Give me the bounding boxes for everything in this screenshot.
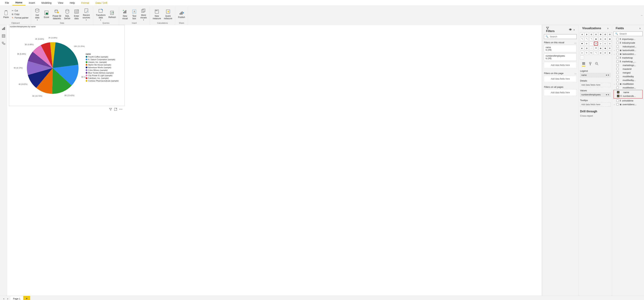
field-row[interactable]: modifiedon...	[614, 86, 642, 90]
viz-type-icon[interactable]: ▮	[585, 32, 589, 36]
paste-button[interactable]: Paste	[2, 9, 10, 19]
viz-type-icon[interactable]: ▤	[585, 46, 589, 50]
visual-focus-icon[interactable]	[114, 108, 117, 111]
legend-item[interactable]: Contoso Pharmaceuticals (sample)	[86, 80, 124, 82]
field-row[interactable]: marketingo...	[614, 64, 642, 67]
field-checkbox[interactable]	[616, 56, 619, 59]
filters-search-input[interactable]	[550, 35, 580, 38]
legend-item[interactable]: City Power & Light (sample)	[86, 74, 124, 76]
viz-type-icon[interactable]: ▮	[580, 32, 584, 36]
copy-button[interactable]: ⧉Copy	[11, 13, 29, 16]
filters-eye-icon[interactable]: 👁	[569, 28, 572, 31]
checkbox-icon[interactable]: ✓	[617, 95, 620, 97]
transform-data-button[interactable]: Transform data▾	[95, 7, 107, 22]
field-row[interactable]: Σmarketcap	[614, 56, 642, 60]
viz-type-icon[interactable]: 〽	[580, 37, 584, 41]
field-checkbox[interactable]	[616, 64, 619, 66]
fields-search-input[interactable]	[619, 32, 644, 35]
fields-tab[interactable]	[582, 62, 586, 66]
field-row[interactable]: ⌄▦lastonholdti...	[614, 48, 642, 52]
fields-search[interactable]: 🔍	[614, 31, 642, 36]
viz-type-icon[interactable]: ▣	[594, 37, 598, 41]
viz-type-icon[interactable]: ◔	[594, 42, 598, 46]
field-checkbox[interactable]	[616, 68, 619, 70]
field-checkbox[interactable]	[616, 38, 619, 40]
visual-filter-icon[interactable]	[109, 108, 112, 111]
quick-measure-button[interactable]: Quick measure	[163, 8, 173, 21]
legend-item[interactable]: Fabrikam, Inc. (sample)	[86, 77, 124, 79]
menu-insert[interactable]: Insert	[26, 0, 38, 5]
field-row[interactable]: merged	[614, 71, 642, 74]
viz-type-icon[interactable]: ▤	[598, 37, 602, 41]
viz-type-icon[interactable]: ⊞	[608, 46, 612, 50]
viz-type-icon[interactable]: ⬚	[589, 46, 593, 50]
viz-collapse-icon[interactable]: ›	[608, 27, 608, 30]
tab-next-button[interactable]: ▸	[6, 297, 10, 300]
legend-item[interactable]: Fourth Coffee (sample)	[86, 56, 124, 58]
viz-type-icon[interactable]: ⊞	[603, 51, 607, 55]
filters-visual-dropzone[interactable]: Add data fields here	[544, 62, 577, 68]
excel-button[interactable]: Excel	[42, 9, 51, 19]
menu-modeling[interactable]: Modeling	[38, 0, 55, 5]
legend-item[interactable]: Coho Winery (sample)	[86, 69, 124, 71]
viz-type-icon[interactable]: ◐	[580, 46, 584, 50]
report-canvas[interactable]: numberofemployees by name 10K (21.25%)6K…	[7, 25, 542, 296]
viz-type-icon[interactable]: ◧	[608, 51, 612, 55]
viz-type-icon[interactable]: ⊟	[608, 42, 612, 46]
legend-item[interactable]: A. Datum Corporation (sample)	[86, 58, 124, 60]
new-measure-button[interactable]: New measure	[152, 8, 162, 21]
viz-type-icon[interactable]: 卌	[594, 46, 598, 50]
viz-type-icon[interactable]: ▣	[603, 46, 607, 50]
filters-page-more-icon[interactable]: …	[574, 72, 577, 74]
field-checkbox[interactable]	[616, 103, 619, 106]
values-well[interactable]: numberofemployees▾ ✕	[580, 92, 610, 97]
field-row[interactable]: ✓Σnumberofe...	[614, 94, 642, 98]
field-row[interactable]: Σmarketcap_...	[614, 60, 642, 64]
more-visuals-button[interactable]: More visuals▾	[139, 7, 148, 22]
viz-type-icon[interactable]: ⚈	[580, 42, 584, 46]
filters-visual-more-icon[interactable]: …	[574, 41, 577, 44]
field-checkbox[interactable]	[616, 100, 619, 102]
viz-type-icon[interactable]: ▦	[598, 32, 602, 36]
page-tab-1[interactable]: Page 1	[10, 296, 23, 300]
field-checkbox[interactable]	[616, 49, 619, 52]
viz-type-icon[interactable]: ▤	[598, 51, 602, 55]
collapse-ribbon-button[interactable]: ︿	[641, 14, 643, 17]
viz-type-icon[interactable]: ▧	[603, 32, 607, 36]
filters-page-dropzone[interactable]: Add data fields here	[544, 76, 577, 82]
new-visual-button[interactable]: +New visual	[121, 8, 129, 21]
viz-type-icon[interactable]: ▤	[594, 32, 598, 36]
viz-type-icon[interactable]: 〽	[594, 51, 598, 55]
field-row[interactable]: modifiedby	[614, 74, 642, 78]
filters-all-dropzone[interactable]: Add data fields here	[544, 90, 577, 96]
menu-data-drill[interactable]: Data / Drill	[92, 0, 110, 5]
menu-file[interactable]: File	[2, 0, 12, 5]
field-checkbox[interactable]	[616, 72, 619, 74]
field-row[interactable]: masterid	[614, 67, 642, 71]
filter-card-numberofemployees[interactable]: numberofemployeesis (All)	[544, 54, 577, 61]
checkbox-icon[interactable]: ✓	[617, 91, 620, 94]
viz-type-icon[interactable]: ⊡	[580, 51, 584, 55]
cut-button[interactable]: ✂Cut	[11, 9, 29, 12]
field-row[interactable]: ⌄▦lastusedinc...	[614, 52, 642, 56]
field-checkbox[interactable]	[616, 60, 619, 63]
field-row[interactable]: modifiedby...	[614, 78, 642, 82]
field-checkbox[interactable]	[616, 42, 619, 44]
viz-type-icon[interactable]: ⊞	[585, 42, 589, 46]
publish-button[interactable]: Publish	[177, 9, 186, 19]
pie-chart-visual[interactable]: numberofemployees by name 10K (21.25%)6K…	[9, 25, 125, 106]
field-checkbox[interactable]	[616, 79, 619, 81]
viz-type-icon[interactable]: ▥	[603, 37, 607, 41]
viz-type-icon[interactable]: ⁘	[589, 42, 593, 46]
data-view-button[interactable]	[2, 34, 6, 38]
field-row[interactable]: Σimportsequ...	[614, 37, 642, 41]
field-row[interactable]: ⌄▦modifiedon	[614, 82, 642, 86]
fields-collapse-icon[interactable]: ›	[640, 27, 640, 30]
menu-view[interactable]: View	[55, 0, 66, 5]
viz-type-icon[interactable]: 〽	[585, 37, 589, 41]
viz-type-icon[interactable]: ◎	[598, 42, 602, 46]
viz-type-icon[interactable]: R	[585, 51, 589, 55]
sql-server-button[interactable]: SQL Server	[63, 8, 72, 21]
tooltips-well[interactable]: Add data fields here	[580, 102, 610, 107]
enter-data-button[interactable]: +Enter data	[72, 8, 81, 21]
